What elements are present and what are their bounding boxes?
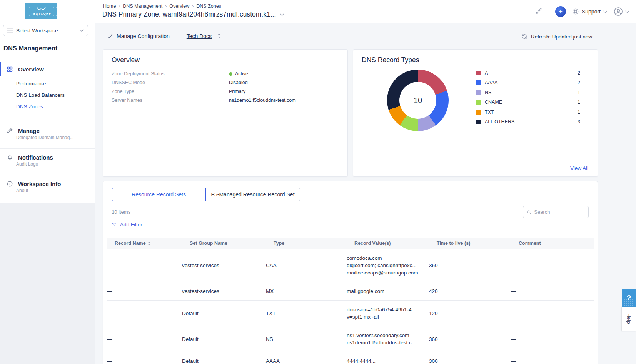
help-tab-button[interactable]: Help [622,307,636,331]
sidebar-item-label: Notifications [18,154,53,161]
tab-resource-record-sets[interactable]: Resource Record Sets [112,188,206,201]
zone-deployment-status-value: Active [235,71,248,76]
legend-item: AAAA2 [476,78,580,88]
brush-icon [535,8,543,15]
help-question-button[interactable]: ? [622,289,636,307]
user-menu[interactable] [613,7,629,17]
column-record-values[interactable]: Record Value(s) [354,241,437,246]
cell-set-group: Default [182,358,266,364]
breadcrumb-home[interactable]: Home [103,3,116,9]
external-link-icon [215,33,221,39]
chevron-down-icon [603,10,607,13]
table-row[interactable]: — vestest-services CAA comodoca.com digi… [107,249,594,282]
field-label: DNSSEC Mode [112,80,229,85]
cell-set-group: Default [182,311,266,316]
sidebar-item-notifications[interactable]: Notifications [0,153,95,162]
dnssec-mode-value: Disabled [229,80,248,85]
server-names-value: ns1demo1.f5clouddns-test.com [229,98,296,103]
title-chevron-down-icon[interactable] [280,13,284,16]
sidebar-subitem-delegated-domain[interactable]: Delegated Domain Manag... [16,135,73,140]
add-filter-button[interactable]: Add Filter [112,222,142,228]
resource-records-card: Resource Record Sets F5-Managed Resource… [103,181,598,364]
column-comment[interactable]: Comment [519,241,594,246]
sidebar-subitem-audit-logs[interactable]: Audit Logs [16,161,38,167]
breadcrumb-dns-management[interactable]: DNS Management [123,3,162,9]
legend-item: A2 [476,68,580,78]
workspace-selector-label: Select Workspace [16,28,76,33]
cell-record-values: docusign=1b0a6754-49b1-4... v=spf1 mx -a… [347,306,429,321]
sidebar-item-manage[interactable]: Manage [0,126,95,135]
funnel-icon [112,222,117,228]
logo-text: TESTCORP [31,12,52,15]
column-set-group-name[interactable]: Set Group Name [190,241,274,246]
wrench-icon [7,128,13,134]
sidebar-item-label: Manage [18,128,40,134]
cell-type: MX [266,288,347,294]
column-type[interactable]: Type [274,241,354,246]
sidebar-item-dns-load-balancers[interactable]: DNS Load Balancers [16,92,65,98]
dns-record-types-title: DNS Record Types [362,56,419,64]
cell-set-group: vestest-services [182,263,266,268]
table-row[interactable]: — Default TXT docusign=1b0a6754-49b1-4..… [107,301,594,326]
refresh-button[interactable]: Refresh: Updated just now [521,33,592,40]
cell-ttl: 360 [429,336,511,342]
column-ttl[interactable]: Time to live (s) [437,241,519,246]
table-row[interactable]: — Default NS ns1.vestest.secondary.com n… [107,326,594,352]
sidebar-section-title: DNS Management [3,45,57,52]
sidebar-item-overview[interactable]: Overview [0,64,95,75]
logo-wings-icon [37,8,45,11]
search-input[interactable] [534,209,585,215]
overview-card: Overview Zone Deployment Status Active D… [103,49,348,177]
breadcrumb-separator: › [119,3,120,9]
table-row[interactable]: — vestest-services MX mail.google.com 42… [107,282,594,301]
support-menu[interactable]: Support [572,8,607,15]
cell-comment: — [511,263,594,268]
top-header: Home › DNS Management › Overview › DNS Z… [95,0,636,23]
cell-comment: — [511,288,594,294]
tab-f5-managed-record-set[interactable]: F5-Managed Resource Record Set [206,188,300,201]
refresh-icon [521,33,527,40]
cell-ttl: 300 [429,358,511,364]
breadcrumb-separator: › [165,3,167,9]
breadcrumb-dns-zones[interactable]: DNS Zones [196,3,221,9]
divider [0,148,95,149]
company-logo: TESTCORP [25,3,57,19]
breadcrumb-overview[interactable]: Overview [169,3,189,9]
cell-record-name: — [107,358,182,364]
workspace-selector[interactable]: Select Workspace [3,25,88,36]
table-row[interactable]: — Default AAAA 4444:4444... 300 — [107,352,594,364]
cell-comment: — [511,358,594,364]
support-label: Support [582,8,601,15]
cell-record-name: — [107,288,182,294]
legend-count: 1 [578,90,580,95]
ai-assistant-button[interactable]: ✦ [555,6,566,17]
legend-item: TXT1 [476,107,580,117]
manage-configuration-button[interactable]: Manage Configuration [107,33,170,39]
sidebar-item-performance[interactable]: Performance [16,81,46,86]
refresh-label: Refresh: Updated just now [531,34,592,40]
pencil-icon [107,33,113,39]
cell-type: CAA [266,263,347,268]
legend-label: AAAA [485,80,574,85]
sidebar-item-label: Overview [18,66,44,73]
column-record-name[interactable]: Record Name [115,241,190,246]
search-box[interactable] [523,206,589,218]
cell-record-name: — [107,263,182,268]
tech-docs-link[interactable]: Tech Docs [187,33,221,39]
field-label: Zone Deployment Status [112,71,229,76]
view-all-link[interactable]: View All [570,165,588,171]
sort-icon[interactable] [148,241,150,246]
cell-comment: — [511,311,594,316]
sidebar-item-workspace-info[interactable]: Workspace Info [0,179,95,188]
sidebar-item-dns-zones[interactable]: DNS Zones [16,104,43,110]
legend-swatch [476,71,481,75]
field-label: Zone Type [112,89,229,94]
tech-docs-label: Tech Docs [187,33,212,39]
sidebar-subitem-about[interactable]: About [16,188,28,193]
search-icon [527,209,531,215]
legend-swatch [476,110,481,115]
cell-record-name: — [107,336,182,342]
theme-brush-button[interactable] [535,8,543,15]
sidebar-item-label: Workspace Info [18,181,61,187]
avatar-icon [613,7,623,17]
